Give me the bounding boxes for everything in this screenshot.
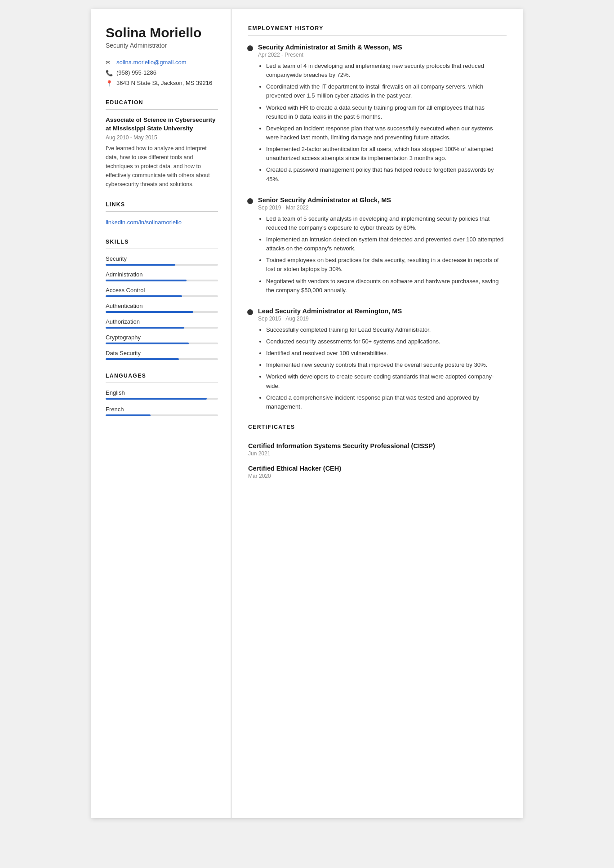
skill-bar-background (106, 327, 218, 329)
job-bullet: Created a password management policy tha… (266, 165, 507, 183)
job-bullet: Negotiated with vendors to secure discou… (266, 277, 507, 295)
languages-list: English French (106, 389, 218, 416)
language-bar-background (106, 398, 218, 400)
certificate-entry: Certified Ethical Hacker (CEH) Mar 2020 (248, 465, 507, 479)
job-bullet: Coordinated with the IT department to in… (266, 82, 507, 100)
education-dates: Aug 2010 - May 2015 (106, 134, 218, 141)
education-description: I've learned how to analyze and interpre… (106, 144, 218, 189)
skill-name: Access Control (106, 287, 218, 294)
linkedin-link[interactable]: linkedin.com/in/solinamoriello (106, 219, 182, 226)
job-dot (247, 309, 253, 315)
contact-address: 📍 3643 N State St, Jackson, MS 39216 (106, 80, 218, 87)
job-bullet: Worked with developers to create secure … (266, 372, 507, 390)
skill-name: Cryptography (106, 334, 218, 341)
language-name: English (106, 389, 218, 396)
language-bar-fill (106, 398, 207, 400)
job-bullet: Created a comprehensive incident respons… (266, 393, 507, 411)
skill-bar-fill (106, 295, 182, 297)
language-item: French (106, 406, 218, 416)
skills-list: Security Administration Access Control A… (106, 255, 218, 360)
phone-icon: 📞 (106, 70, 113, 76)
job-title: Security Administrator at Smith & Wesson… (258, 44, 507, 51)
skill-item: Cryptography (106, 334, 218, 344)
skill-bar-background (106, 264, 218, 266)
links-section-title: LINKS (106, 201, 218, 208)
email-link[interactable]: solina.moriello@gmail.com (116, 59, 187, 66)
skill-item: Administration (106, 271, 218, 281)
skill-bar-fill (106, 327, 184, 329)
skill-name: Administration (106, 271, 218, 278)
skill-bar-fill (106, 280, 187, 281)
languages-divider (106, 383, 218, 383)
skill-item: Authorization (106, 318, 218, 329)
job-bullet: Worked with HR to create a data security… (266, 103, 507, 121)
resume-container: Solina Moriello Security Administrator ✉… (91, 9, 523, 818)
job-bullet: Successfully completed training for Lead… (266, 325, 507, 334)
skill-bar-background (106, 295, 218, 297)
certificate-name: Certified Ethical Hacker (CEH) (248, 465, 507, 472)
certificate-date: Mar 2020 (248, 473, 507, 479)
languages-section-title: LANGUAGES (106, 373, 218, 379)
location-icon: 📍 (106, 80, 113, 87)
employment-section-title: EMPLOYMENT HISTORY (248, 25, 507, 31)
skill-item: Access Control (106, 287, 218, 297)
job-bullet: Developed an incident response plan that… (266, 124, 507, 142)
skills-divider (106, 249, 218, 249)
phone-number: (958) 955-1286 (116, 69, 156, 76)
skill-item: Authentication (106, 303, 218, 313)
job-bullet: Led a team of 5 security analysts in dev… (266, 214, 507, 232)
certificate-name: Certified Information Systems Security P… (248, 442, 507, 450)
skill-bar-background (106, 311, 218, 313)
job-title: Senior Security Administrator at Glock, … (258, 196, 507, 204)
skill-name: Security (106, 255, 218, 262)
job-bullet: Implemented new security controls that i… (266, 361, 507, 369)
jobs-list: Security Administrator at Smith & Wesson… (248, 44, 507, 411)
job-dates: Sep 2015 - Aug 2019 (258, 316, 507, 322)
education-divider (106, 109, 218, 110)
job-bullets-list: Successfully completed training for Lead… (258, 325, 507, 411)
skill-bar-fill (106, 343, 189, 344)
skill-bar-fill (106, 264, 175, 266)
job-dates: Sep 2019 - Mar 2022 (258, 205, 507, 211)
contact-email: ✉ solina.moriello@gmail.com (106, 59, 218, 66)
skill-bar-fill (106, 358, 179, 360)
job-bullet: Implemented an intrusion detection syste… (266, 235, 507, 253)
job-bullet: Identified and resolved over 100 vulnera… (266, 349, 507, 358)
skill-bar-background (106, 280, 218, 281)
language-item: English (106, 389, 218, 400)
job-bullet: Conducted security assessments for 50+ s… (266, 337, 507, 346)
candidate-title: Security Administrator (106, 42, 218, 49)
job-entry: Lead Security Administrator at Remington… (248, 307, 507, 411)
skill-bar-background (106, 343, 218, 344)
job-dot (247, 198, 253, 204)
skill-item: Security (106, 255, 218, 266)
job-bullet: Trained employees on best practices for … (266, 256, 507, 274)
job-dates: Apr 2022 - Present (258, 52, 507, 58)
links-divider (106, 211, 218, 212)
skills-section-title: SKILLS (106, 239, 218, 245)
skill-item: Data Security (106, 350, 218, 360)
job-entry: Security Administrator at Smith & Wesson… (248, 44, 507, 184)
education-degree: Associate of Science in Cybersecurity at… (106, 116, 218, 133)
left-column: Solina Moriello Security Administrator ✉… (91, 9, 231, 818)
language-bar-background (106, 414, 218, 416)
certificates-list: Certified Information Systems Security P… (248, 442, 507, 479)
education-section-title: EDUCATION (106, 99, 218, 106)
job-bullets-list: Led a team of 5 security analysts in dev… (258, 214, 507, 295)
certificates-divider (248, 434, 507, 434)
job-bullets-list: Led a team of 4 in developing and implem… (258, 62, 507, 184)
right-column: EMPLOYMENT HISTORY Security Administrato… (231, 9, 523, 818)
email-icon: ✉ (106, 59, 113, 66)
skill-bar-background (106, 358, 218, 360)
candidate-name: Solina Moriello (106, 25, 218, 40)
job-bullet: Led a team of 4 in developing and implem… (266, 62, 507, 80)
certificates-section-title: CERTIFICATES (248, 424, 507, 430)
certificate-entry: Certified Information Systems Security P… (248, 442, 507, 457)
skill-bar-fill (106, 311, 193, 313)
language-bar-fill (106, 414, 151, 416)
employment-divider (248, 35, 507, 36)
skill-name: Data Security (106, 350, 218, 356)
job-entry: Senior Security Administrator at Glock, … (248, 196, 507, 295)
linkedin-link-item: linkedin.com/in/solinamoriello (106, 218, 218, 226)
skill-name: Authorization (106, 318, 218, 325)
